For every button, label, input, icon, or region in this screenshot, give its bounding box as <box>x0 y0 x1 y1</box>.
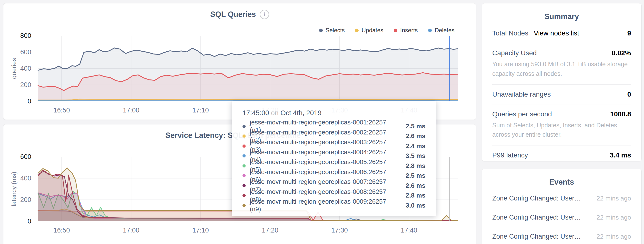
view-nodes-list-link[interactable]: View nodes list <box>534 29 579 37</box>
svg-text:queries: queries <box>10 58 18 79</box>
series-dot <box>242 184 246 187</box>
svg-text:17:10: 17:10 <box>192 227 209 234</box>
summary-panel: Summary Total Nodes View nodes list 9 Ca… <box>482 3 642 161</box>
svg-text:17:00: 17:00 <box>123 107 140 114</box>
series-dot <box>242 145 246 148</box>
total-nodes-value: 9 <box>627 29 631 37</box>
summary-row-p99-latency: P99 latency 3.4 ms <box>492 146 631 165</box>
tooltip-node-value: 2.5 ms <box>406 123 426 130</box>
series-dot <box>242 154 246 158</box>
queries-per-second-label: Queries per second <box>492 110 552 118</box>
cluster-dashboard: SQL Queries i Selects Updates Inserts De… <box>0 0 644 244</box>
svg-text:latency (ms): latency (ms) <box>10 172 18 206</box>
unavailable-ranges-label: Unavailable ranges <box>492 90 551 98</box>
series-dot <box>242 174 246 177</box>
tooltip-node-value: 2.8 ms <box>406 162 426 170</box>
svg-text:17:00: 17:00 <box>123 227 140 234</box>
tooltip-node-value: 2.4 ms <box>406 142 426 150</box>
event-time: 22 mins ago <box>596 195 631 202</box>
tooltip-node-value: 2.5 ms <box>406 172 426 179</box>
summary-row-total-nodes: Total Nodes View nodes list 9 <box>492 24 631 43</box>
event-time: 22 mins ago <box>596 214 631 221</box>
series-dot <box>242 164 246 168</box>
svg-text:17:40: 17:40 <box>401 227 418 234</box>
tooltip-row: jesse-movr-multi-region-georeplicas-0009… <box>242 200 426 210</box>
tooltip-header: 17:45:00 on Oct 4th, 2019 <box>242 109 426 117</box>
event-row[interactable]: Zone Config Changed: User… 22 mins ago <box>492 208 631 227</box>
tooltip-time: 17:45:00 <box>242 109 269 117</box>
summary-row-queries-per-second: Queries per second 1000.8 Sum of Selects… <box>492 104 631 146</box>
chart-tooltip: 17:45:00 on Oct 4th, 2019 jesse-movr-mul… <box>232 101 436 216</box>
svg-text:200: 200 <box>20 81 31 88</box>
svg-text:17:30: 17:30 <box>331 227 348 234</box>
svg-text:200: 200 <box>20 196 31 203</box>
p99-latency-value: 3.4 ms <box>610 151 631 159</box>
unavailable-ranges-value: 0 <box>627 90 631 98</box>
svg-text:400: 400 <box>20 175 31 182</box>
svg-text:0: 0 <box>28 97 31 105</box>
event-row[interactable]: Zone Config Changed: User… 22 mins ago <box>492 227 631 244</box>
tooltip-node-value: 2.6 ms <box>406 132 426 140</box>
events-title: Events <box>492 178 631 187</box>
svg-text:0: 0 <box>28 218 31 225</box>
capacity-used-value: 0.02% <box>612 49 631 57</box>
tooltip-node-value: 2.8 ms <box>406 192 426 199</box>
capacity-used-subtext: You are using 593.0 MiB of 3.1 TiB usabl… <box>492 59 631 78</box>
tooltip-node-name: jesse-movr-multi-region-georeplicas-0009… <box>250 198 398 213</box>
svg-text:17:10: 17:10 <box>192 107 209 114</box>
svg-text:600: 600 <box>20 153 31 160</box>
event-label: Zone Config Changed: User… <box>492 233 581 240</box>
tooltip-date: Oct 4th, 2019 <box>280 109 322 117</box>
summary-title: Summary <box>492 12 631 21</box>
event-time: 22 mins ago <box>596 233 631 240</box>
queries-per-second-value: 1000.8 <box>610 110 631 118</box>
svg-text:16:50: 16:50 <box>54 107 70 114</box>
summary-row-unavailable-ranges: Unavailable ranges 0 <box>492 85 631 104</box>
svg-text:17:20: 17:20 <box>262 227 278 234</box>
p99-latency-label: P99 latency <box>492 151 528 159</box>
event-label: Zone Config Changed: User… <box>492 195 581 202</box>
total-nodes-label: Total Nodes <box>492 29 528 37</box>
svg-text:800: 800 <box>20 32 31 39</box>
series-dot <box>242 204 246 207</box>
queries-per-second-subtext: Sum of Selects, Updates, Inserts, and De… <box>492 120 631 140</box>
events-panel: Events Zone Config Changed: User… 22 min… <box>482 169 642 244</box>
series-dot <box>242 135 246 138</box>
tooltip-node-value: 2.6 ms <box>406 182 426 189</box>
svg-text:16:50: 16:50 <box>54 227 70 234</box>
tooltip-node-value: 3.5 ms <box>406 152 426 160</box>
summary-row-capacity-used: Capacity Used 0.02% You are using 593.0 … <box>492 43 631 85</box>
tooltip-on: on <box>271 109 278 117</box>
svg-text:600: 600 <box>20 48 31 56</box>
series-dot <box>242 194 246 197</box>
event-label: Zone Config Changed: User… <box>492 214 581 221</box>
capacity-used-label: Capacity Used <box>492 49 537 57</box>
tooltip-node-value: 3.0 ms <box>406 202 426 209</box>
event-row[interactable]: Zone Config Changed: User… 22 mins ago <box>492 189 631 208</box>
series-dot <box>242 125 246 128</box>
svg-text:400: 400 <box>20 65 31 72</box>
